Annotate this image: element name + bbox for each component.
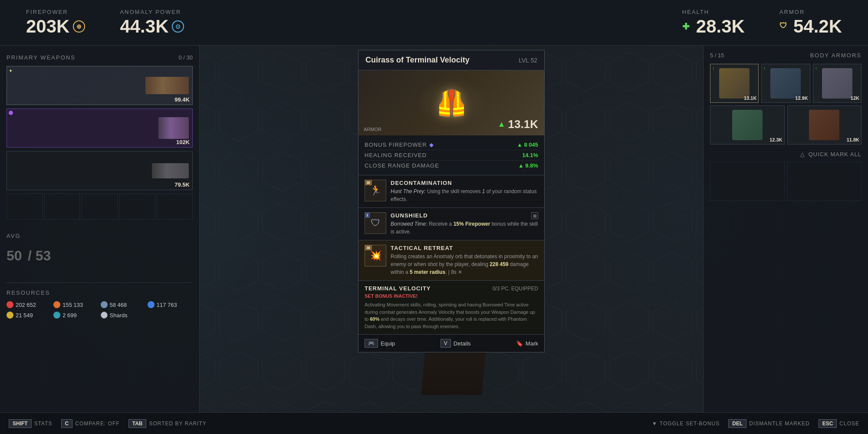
decontamination-desc: Hunt The Prey: Using the skill removes 1…	[391, 187, 538, 203]
armor-5-visual	[809, 110, 839, 140]
armor-up-arrow: ▲	[498, 120, 506, 129]
armor-label: ARMOR	[779, 9, 805, 15]
equip-button[interactable]: 🎮 Equip	[365, 339, 395, 348]
primary-weapons-header: PRIMARY WEAPONS 0 / 30	[7, 54, 193, 61]
weapon-2-value: 102K	[176, 139, 190, 145]
armor-item-1[interactable]: ↑ 13.1K	[710, 64, 759, 103]
armor-grid: ↑ 13.1K ↑ 12.9K ↑ 12K	[710, 64, 861, 103]
sorted-label: SORTED BY RARITY	[149, 421, 206, 427]
armor-item-4[interactable]: 12.3K	[710, 105, 785, 145]
empty-armor-slot	[710, 162, 785, 201]
anomaly-stat: ANOMALY POWER 44.3K ⊙	[120, 9, 184, 37]
avg-section: AVG 50 / 53	[7, 228, 193, 270]
esc-key: ESC	[819, 419, 837, 428]
skill-decontamination: III 🏃 DECONTAMINATION Hunt The Prey: Usi…	[358, 175, 544, 207]
set-description: Activating Movement skills, rolling, spr…	[365, 301, 538, 330]
item-name: Cuirass of Terminal Velocity	[365, 56, 470, 65]
details-button[interactable]: V Details	[441, 339, 471, 348]
armor-4-value: 12.3K	[769, 137, 782, 142]
empty-slot	[119, 194, 155, 220]
health-label: HEALTH	[682, 9, 709, 15]
armor-4-visual	[732, 110, 763, 140]
armor-1-visual	[719, 68, 750, 99]
firepower-label: FIREPOWER	[26, 9, 68, 15]
armor-2-visual	[770, 68, 801, 99]
dismantle-hotkey[interactable]: DEL DISMANTLE MARKED	[728, 419, 809, 428]
quick-mark-all-button[interactable]: △ QUICK MARK ALL	[710, 151, 861, 158]
gunshield-expand-button[interactable]: ⊞	[531, 212, 538, 219]
compare-label: COMPARE: OFF	[75, 421, 119, 427]
health-stat: HEALTH ✚ 28.3K	[682, 9, 745, 37]
avg-value: 50 / 53	[7, 241, 193, 265]
armor-1-value: 13.1K	[744, 95, 756, 101]
compare-hotkey[interactable]: C COMPARE: OFF	[61, 419, 120, 428]
empty-weapon-slots	[7, 194, 193, 220]
armor-stat: ARMOR 🛡 54.2K	[779, 9, 842, 37]
right-panel: 5 / 15 BODY ARMORS ↑ 13.1K ↑ 12.9K ↑ 12K	[703, 46, 868, 412]
bottom-right-controls: ▼ TOGGLE SET-BONUS DEL DISMANTLE MARKED …	[652, 419, 859, 428]
stat-row-2: HEALING RECEIVED 14.1%	[365, 150, 538, 161]
gunshield-icon: I 🛡	[365, 212, 386, 234]
bottom-bar: SHIFT STATS C COMPARE: OFF TAB SORTED BY…	[0, 412, 868, 434]
resource-shards: Shards	[101, 312, 193, 319]
armor-second-row: 12.3K 11.8K	[710, 105, 861, 145]
armor-item-5[interactable]: 11.8K	[787, 105, 862, 145]
tactical-retreat-icon-inner: 💥	[370, 250, 381, 261]
armor-2-value: 12.9K	[795, 95, 808, 101]
anomaly-label: ANOMALY POWER	[120, 9, 181, 15]
gunshield-tier: I	[365, 213, 370, 218]
weapon-slot-2[interactable]: 102K	[7, 108, 193, 148]
avg-label: AVG	[7, 233, 193, 239]
armor-item-2[interactable]: ↑ 12.9K	[761, 64, 810, 103]
mark-key: 🔖	[516, 340, 523, 347]
primary-weapons-title: PRIMARY WEAPONS	[7, 54, 76, 61]
armor-2-indicator: ↑	[763, 66, 766, 71]
toggle-set-bonus[interactable]: ▼ TOGGLE SET-BONUS	[652, 421, 720, 427]
close-hotkey[interactable]: ESC CLOSE	[819, 419, 859, 428]
resource-2-value: 155 133	[62, 302, 83, 308]
set-count: 0/3 PC. EQUIPPED	[493, 286, 538, 292]
armor-5-value: 11.8K	[847, 137, 859, 142]
armor-value-display: 13.1K	[508, 118, 538, 131]
resource-shards-icon	[101, 312, 108, 319]
resource-2-icon	[53, 301, 60, 308]
armor-value-group: 🛡 54.2K	[779, 16, 842, 37]
armor-item-3[interactable]: ↑ 12K	[813, 64, 861, 103]
resource-1: 202 652	[7, 301, 52, 308]
stat-3-name: CLOSE RANGE DAMAGE	[365, 162, 439, 169]
details-label: Details	[454, 340, 471, 347]
set-name: TERMINAL VELOCITY	[365, 285, 431, 292]
resources-title: RESOURCES	[7, 289, 193, 296]
main-content: PRIMARY WEAPONS 0 / 30 ✦ 99.4K 102K 79.5…	[0, 46, 868, 412]
empty-slot	[7, 194, 43, 220]
weapon-2-visual	[158, 117, 189, 139]
item-image-area: 🦺 ▲ 13.1K Armor	[358, 70, 544, 135]
armor-shape-icon: 🦺	[435, 88, 468, 118]
stat-1-value: ▲ 8 045	[517, 141, 538, 148]
anomaly-icon: ⊙	[172, 20, 184, 33]
decontamination-content: DECONTAMINATION Hunt The Prey: Using the…	[391, 180, 538, 203]
weapon-2-rarity-dot	[9, 111, 13, 115]
gunshield-content: GUNSHIELD ⊞ Borrowed Time: Receive a 15%…	[391, 212, 538, 236]
dismantle-label: DISMANTLE MARKED	[749, 421, 809, 427]
stat-row-1: BONUS FIREPOWER ◆ ▲ 8 045	[365, 140, 538, 150]
c-key: C	[61, 419, 73, 428]
resource-5-value: 21 549	[16, 312, 33, 319]
weapon-1-visual	[145, 77, 189, 94]
decontamination-icon-inner: 🏃	[370, 185, 381, 196]
tactical-retreat-desc: Rolling creates an Anomaly orb that deto…	[391, 253, 538, 276]
health-armor-group: HEALTH ✚ 28.3K ARMOR 🛡 54.2K	[682, 9, 842, 37]
right-section-header: 5 / 15 BODY ARMORS	[710, 52, 861, 59]
center-area: Cuirass of Terminal Velocity LVL 52 🦺 ▲ …	[200, 46, 703, 412]
sorted-hotkey[interactable]: TAB SORTED BY RARITY	[128, 419, 207, 428]
weapon-slot-1[interactable]: ✦ 99.4K	[7, 66, 193, 105]
body-armor-count: 5 / 15	[710, 52, 724, 59]
weapon-slot-3[interactable]: 79.5K	[7, 151, 193, 190]
resource-6: 2 699	[53, 312, 99, 319]
decontamination-tier: III	[365, 180, 372, 185]
tab-key: TAB	[128, 419, 147, 428]
weapon-3-visual	[152, 163, 189, 178]
resource-6-value: 2 699	[62, 312, 77, 319]
health-icon: ✚	[682, 21, 693, 32]
mark-button[interactable]: 🔖 Mark	[516, 340, 538, 347]
